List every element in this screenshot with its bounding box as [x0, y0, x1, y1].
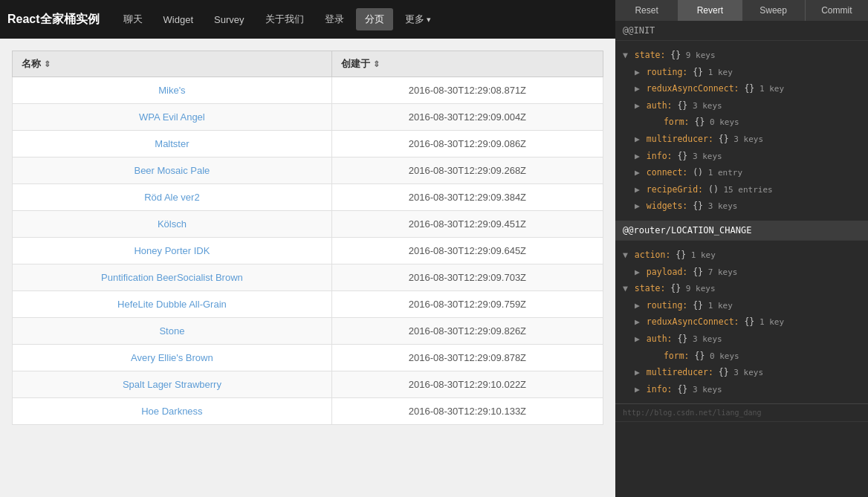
tree-line[interactable]: info: {} 3 keys — [620, 381, 864, 398]
tree-expand-arrow[interactable] — [635, 151, 640, 161]
row-date-cell: 2016-08-30T12:29:09.004Z — [331, 104, 603, 131]
tree-count: 3 keys — [687, 152, 722, 161]
row-date-cell: 2016-08-30T12:29:09.451Z — [331, 211, 603, 238]
tree-line[interactable]: routing: {} 1 key — [620, 64, 864, 81]
tree-line[interactable]: reduxAsyncConnect: {} 1 key — [620, 80, 864, 97]
table-row: HefeLite Dubble All-Grain2016-08-30T12:2… — [13, 291, 603, 318]
tree-expand-arrow[interactable] — [635, 167, 640, 178]
tree-line[interactable]: auth: {} 3 keys — [620, 331, 864, 348]
row-name-cell[interactable]: Hoe Darkness — [13, 398, 332, 425]
tree-count: 1 key — [703, 301, 733, 311]
nav-more[interactable]: 更多 — [396, 8, 440, 30]
nav-links: 聊天 Widget Survey 关于我们 登录 分页 更多 — [114, 8, 440, 30]
tree-expand-arrow[interactable] — [635, 334, 640, 344]
row-name-cell[interactable]: Spalt Lager Strawberry — [13, 371, 332, 398]
tree-expand-arrow[interactable] — [635, 300, 640, 311]
tree-line[interactable]: recipeGrid: () 15 entries — [620, 181, 864, 198]
tree-key-label: state: — [629, 50, 665, 60]
tree-expand-arrow[interactable] — [635, 83, 640, 94]
devtools-panel: @@INIT state: {} 9 keys routing: {} 1 ke… — [615, 21, 868, 497]
tree-count: 0 keys — [705, 351, 739, 361]
col-name-header[interactable]: 名称 — [13, 51, 332, 77]
tree-count: 1 key — [754, 317, 784, 327]
nav-pagination[interactable]: 分页 — [356, 8, 393, 30]
commit-button[interactable]: Commit — [806, 0, 868, 21]
row-date-cell: 2016-08-30T12:29:09.878Z — [331, 345, 603, 371]
tree-line[interactable]: multireducer: {} 3 keys — [620, 131, 864, 148]
row-date-cell: 2016-08-30T12:29:09.645Z — [331, 238, 603, 264]
tree-expand-arrow[interactable] — [623, 283, 628, 293]
nav-widget[interactable]: Widget — [155, 10, 202, 30]
tree-expand-arrow[interactable] — [635, 267, 640, 277]
router-label: @@router/LOCATION_CHANGE — [623, 225, 751, 235]
sweep-button[interactable]: Sweep — [742, 0, 806, 21]
tree-line[interactable]: widgets: {} 3 keys — [620, 198, 864, 215]
tree-expand-arrow[interactable] — [623, 250, 628, 260]
tree-line: form: {} 0 keys — [620, 348, 864, 365]
tree-expand-arrow[interactable] — [635, 100, 640, 111]
tree-line[interactable]: info: {} 3 keys — [620, 148, 864, 165]
tree-line[interactable]: auth: {} 3 keys — [620, 97, 864, 114]
tree-line[interactable]: state: {} 9 keys — [620, 47, 864, 64]
table-row: Röd Ale ver22016-08-30T12:29:09.384Z — [13, 184, 603, 211]
tree-brace: {} — [687, 67, 703, 77]
tree-expand-arrow[interactable] — [635, 384, 640, 394]
nav-survey[interactable]: Survey — [205, 10, 253, 30]
tree-key-label: reduxAsyncConnect: — [641, 83, 739, 94]
row-name-cell[interactable]: Kölsch — [13, 211, 332, 238]
nav-about[interactable]: 关于我们 — [256, 8, 313, 30]
navbar: React全家桶实例 聊天 Widget Survey 关于我们 登录 分页 更… — [0, 0, 615, 39]
nav-chat[interactable]: 聊天 — [114, 8, 152, 30]
tree-expand-arrow[interactable] — [635, 184, 640, 195]
tree-line[interactable]: multireducer: {} 3 keys — [620, 364, 864, 381]
row-name-cell[interactable]: Röd Ale ver2 — [13, 184, 332, 211]
tree-key-label: info: — [641, 384, 673, 394]
row-name-cell[interactable]: Puntification BeerSocialist Brown — [13, 264, 332, 291]
tree-brace: {} — [739, 83, 755, 94]
row-name-cell[interactable]: Beer Mosaic Pale — [13, 157, 332, 184]
tree-line[interactable]: routing: {} 1 key — [620, 297, 864, 314]
action-router[interactable]: @@router/LOCATION_CHANGE — [615, 221, 868, 241]
tree-count: 1 key — [754, 84, 784, 94]
tree-line[interactable]: payload: {} 7 keys — [620, 264, 864, 281]
row-name-cell[interactable]: WPA Evil Angel — [13, 104, 332, 131]
tree-line[interactable]: reduxAsyncConnect: {} 1 key — [620, 314, 864, 331]
tree-expand-arrow[interactable] — [635, 67, 640, 77]
row-date-cell: 2016-08-30T12:29:09.759Z — [331, 291, 603, 318]
tree-line[interactable]: state: {} 9 keys — [620, 280, 864, 297]
tree-line[interactable]: connect: () 1 entry — [620, 164, 864, 181]
tree-expand-arrow[interactable] — [635, 134, 640, 144]
tree-expand-arrow[interactable] — [623, 50, 628, 60]
row-name-cell[interactable]: Honey Porter IDK — [13, 238, 332, 264]
tree-count: 9 keys — [681, 284, 715, 293]
tree-expand-arrow[interactable] — [635, 367, 640, 377]
table-row: Maltster2016-08-30T12:29:09.086Z — [13, 131, 603, 157]
tree-expand-arrow[interactable] — [635, 316, 640, 327]
row-name-cell[interactable]: Maltster — [13, 131, 332, 157]
reset-button[interactable]: Reset — [615, 0, 678, 21]
nav-login[interactable]: 登录 — [316, 8, 353, 30]
row-name-cell[interactable]: HefeLite Dubble All-Grain — [13, 291, 332, 318]
row-name-cell[interactable]: Stone — [13, 318, 332, 345]
tree-key-label: payload: — [641, 267, 687, 277]
tree-key-label: routing: — [641, 67, 687, 77]
tree-key-label: reduxAsyncConnect: — [641, 316, 739, 327]
tree-line[interactable]: action: {} 1 key — [620, 247, 864, 264]
revert-button[interactable]: Revert — [678, 0, 742, 21]
row-name-cell[interactable]: Avery Ellie's Brown — [13, 345, 332, 371]
tree-count: 15 entries — [719, 185, 773, 195]
row-date-cell: 2016-08-30T12:29:09.384Z — [331, 184, 603, 211]
tree-line: form: {} 0 keys — [620, 114, 864, 131]
app-panel: React全家桶实例 聊天 Widget Survey 关于我们 登录 分页 更… — [0, 0, 615, 497]
tree-brace: {} — [739, 316, 755, 327]
tree-count: 0 keys — [705, 117, 739, 127]
tree-count: 1 key — [686, 250, 716, 260]
row-name-cell[interactable]: Mike's — [13, 77, 332, 104]
tree-expand-arrow[interactable] — [635, 201, 640, 211]
tree-brace: {} — [687, 300, 703, 311]
row-date-cell: 2016-08-30T12:29:10.133Z — [331, 398, 603, 425]
action-init[interactable]: @@INIT — [615, 21, 868, 41]
col-date-header[interactable]: 创建于 — [331, 51, 603, 77]
tree-brace: {} — [665, 50, 681, 60]
table-row: Honey Porter IDK2016-08-30T12:29:09.645Z — [13, 238, 603, 264]
